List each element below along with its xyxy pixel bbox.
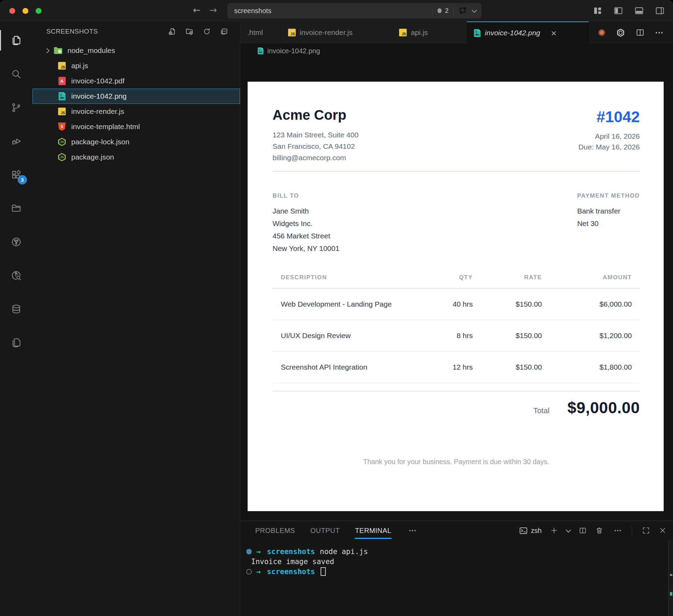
back-icon[interactable]: ← [193, 5, 201, 15]
maximize-panel-icon[interactable] [642, 526, 650, 535]
html-icon [58, 123, 66, 131]
column-header: DESCRIPTION [273, 274, 421, 288]
file-row[interactable]: package.json [33, 150, 240, 165]
minimize-window-button[interactable] [22, 8, 28, 14]
terminal-dropdown-icon[interactable] [566, 527, 571, 533]
tab-api-js[interactable]: api.js [392, 21, 467, 44]
claude-icon[interactable]: ✺ [598, 28, 606, 37]
js-icon [58, 62, 66, 70]
terminal-content[interactable]: → screenshots node api.js Invoice image … [240, 540, 673, 577]
panel-tab-terminal[interactable]: TERMINAL [355, 527, 391, 535]
extensions-icon[interactable]: 3 [0, 158, 33, 191]
file-row[interactable]: invoice-template.html [33, 119, 240, 134]
terminal-output-line: Invoice image saved [246, 556, 673, 567]
bill-to-line: 456 Market Street [273, 230, 339, 242]
payment-line: Bank transfer [577, 205, 640, 217]
js-icon [399, 29, 407, 36]
new-terminal-icon[interactable] [550, 526, 558, 535]
invoice-table: DESCRIPTION QTY RATE AMOUNT Web Developm… [273, 274, 640, 383]
zoom-window-button[interactable] [36, 8, 42, 14]
terminal-shell-selector[interactable]: zsh [519, 526, 542, 535]
explorer-sidebar: SCREENSHOTS [33, 21, 240, 616]
extensions-badge: 3 [18, 175, 27, 184]
invoice-number: #1042 [579, 108, 640, 126]
close-window-button[interactable] [9, 8, 15, 14]
command-success-decoration-icon[interactable] [246, 549, 252, 554]
chevron-down-icon[interactable] [472, 7, 477, 13]
file-row[interactable]: package-lock.json [33, 134, 240, 150]
file-row[interactable]: api.js [33, 58, 240, 73]
command-center-search[interactable]: screenshots 2 [228, 3, 481, 18]
tab-invoice-png-active[interactable]: invoice-1042.png × [467, 21, 589, 44]
bill-to-line: Widgets Inc. [273, 217, 339, 230]
file-row[interactable]: invoice-1042.pdf [33, 73, 240, 89]
total-label: Total [533, 406, 549, 415]
search-icon[interactable] [0, 57, 33, 91]
prompt-arrow: → [256, 568, 261, 576]
traffic-lights [9, 8, 42, 14]
split-terminal-icon[interactable] [579, 526, 587, 535]
js-icon [58, 108, 66, 115]
invoice-address-line: San Francisco, CA 94102 [273, 141, 359, 152]
more-actions-icon[interactable]: ⋯ [655, 28, 664, 37]
panel-tab-output[interactable]: OUTPUT [310, 527, 340, 535]
toggle-secondary-sidebar-icon[interactable] [655, 6, 665, 16]
breadcrumb[interactable]: invoice-1042.png [240, 44, 673, 58]
toggle-primary-sidebar-icon[interactable] [614, 6, 623, 16]
terminal-icon [519, 526, 528, 535]
table-row: Screenshot API Integration 12 hrs $150.0… [273, 352, 640, 383]
forward-icon[interactable]: → [210, 5, 217, 15]
git-graph-icon[interactable] [0, 225, 33, 259]
invoice-company: Acme Corp [273, 107, 359, 123]
copilot-chat-icon[interactable] [459, 6, 468, 15]
table-row: Web Development - Landing Page 40 hrs $1… [273, 288, 640, 320]
run-debug-icon[interactable] [0, 124, 33, 158]
commit-search-icon[interactable] [0, 259, 33, 292]
pdf-icon [58, 77, 66, 85]
notification-count[interactable]: 2 [437, 7, 449, 15]
terminal-command-line: → screenshots node api.js [246, 546, 673, 556]
tab-invoice-render-js[interactable]: invoice-render.js [281, 21, 392, 44]
column-header: AMOUNT [542, 274, 640, 288]
file-row[interactable]: node_modules [33, 43, 240, 58]
collapse-all-icon[interactable] [220, 27, 228, 36]
toggle-panel-icon[interactable] [634, 6, 644, 16]
payment-line: Net 30 [577, 217, 640, 230]
js-icon [288, 29, 296, 36]
panel-more-actions-icon[interactable]: ⋯ [614, 526, 622, 535]
openai-icon[interactable] [616, 28, 625, 37]
file-row[interactable]: invoice-render.js [33, 104, 240, 119]
json-icon [58, 153, 66, 161]
kill-terminal-icon[interactable] [595, 526, 603, 535]
bill-to-line: New York, NY 10001 [273, 242, 339, 255]
invoice-email: billing@acmecorp.com [273, 152, 359, 163]
breadcrumb-item: invoice-1042.png [267, 47, 320, 55]
source-control-icon[interactable] [0, 91, 33, 124]
new-file-icon[interactable] [168, 27, 176, 36]
tab-html[interactable]: .html [240, 21, 281, 44]
npm-folder-icon [54, 47, 63, 54]
column-header: RATE [473, 274, 542, 288]
explorer-icon[interactable] [0, 24, 33, 57]
bill-to-label: BILL TO [273, 192, 339, 199]
database-icon[interactable] [0, 292, 33, 326]
command-pending-decoration-icon[interactable] [246, 569, 252, 574]
file-tree: node_modules api.js invoice-1042.pdf inv… [33, 42, 240, 165]
panel-tab-problems[interactable]: PROBLEMS [255, 527, 295, 535]
terminal-command: node api.js [320, 547, 368, 556]
file-row-selected[interactable]: invoice-1042.png [33, 89, 240, 104]
customize-layout-icon[interactable] [593, 6, 602, 16]
pages-icon[interactable] [0, 326, 33, 359]
prompt-arrow: → [256, 547, 261, 556]
explorer-title: SCREENSHOTS [46, 28, 98, 35]
panel-more-tabs-icon[interactable]: ⋯ [409, 526, 417, 535]
title-bar: ← → screenshots 2 [0, 0, 673, 21]
close-tab-icon[interactable]: × [551, 29, 557, 37]
split-editor-icon[interactable] [636, 28, 645, 37]
refresh-icon[interactable] [203, 27, 211, 36]
prompt-directory: screenshots [267, 568, 315, 576]
remote-explorer-icon[interactable] [0, 191, 33, 225]
total-amount: $9,000.00 [568, 398, 640, 417]
close-panel-icon[interactable] [658, 526, 667, 535]
new-folder-icon[interactable] [185, 27, 194, 36]
